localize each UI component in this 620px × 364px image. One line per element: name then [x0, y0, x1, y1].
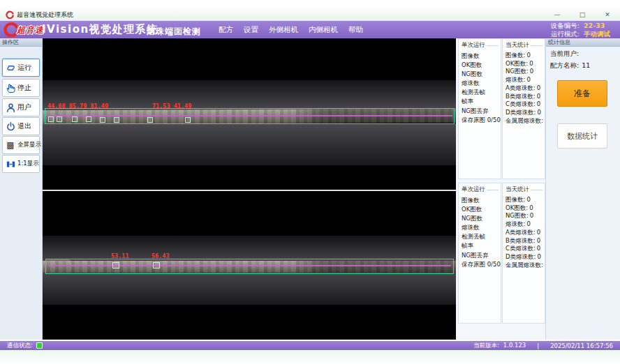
stat-row: 检测丢帧	[462, 88, 501, 97]
menu-bar: 配方 设置 外侧相机 内侧相机 帮助	[219, 21, 363, 38]
measurement-annotation: 71.53 41.49	[152, 103, 191, 109]
minimize-icon[interactable]: —	[553, 10, 561, 20]
exit-button-label: 退出	[17, 121, 31, 131]
stat-row: 图像数:0	[505, 196, 545, 204]
camera-viewport-bottom[interactable]: 53.11 56.43	[43, 191, 456, 340]
hand-stop-icon	[5, 82, 16, 93]
user-icon	[5, 102, 16, 113]
stat-row: A类熔珠数:0	[505, 84, 545, 93]
close-icon[interactable]: ✕	[603, 10, 612, 20]
menu-item-recipe[interactable]: 配方	[219, 25, 233, 35]
user-button[interactable]: 用户	[2, 98, 40, 116]
stat-row: 图像数:0	[505, 52, 545, 60]
fullscreen-icon: ▩	[5, 139, 16, 151]
stat-row: NG图数:0	[505, 212, 545, 220]
window-controls: — □ ✕	[553, 10, 614, 20]
operation-sidebar-header: 操作区	[0, 38, 42, 47]
image-band-lower	[43, 273, 456, 305]
stat-row: 金属屑熔珠数:0	[505, 261, 545, 270]
bead-marker-box	[57, 116, 62, 122]
single-run-title: 单次运行	[462, 41, 499, 50]
stat-row: OK图数	[462, 61, 501, 70]
stat-row: 图像数	[462, 52, 501, 61]
stat-row: D类熔珠数:0	[505, 253, 545, 261]
maximize-icon[interactable]: □	[578, 10, 586, 20]
stat-row: 保存原图 0/500	[462, 260, 501, 269]
stat-row: 帧率	[462, 97, 501, 106]
run-cycle-icon	[5, 62, 16, 73]
recipe-name-value: 11	[582, 61, 590, 69]
current-user-label: 当前用户:	[550, 50, 579, 57]
window-titlebar: 超音速视觉处理系统 — □ ✕	[0, 9, 620, 21]
today-stats-title: 当天统计	[505, 185, 542, 194]
menu-item-outer-camera[interactable]: 外侧相机	[269, 25, 298, 35]
today-stats-title: 当天统计	[505, 41, 542, 50]
stat-row: C类熔珠数:0	[505, 100, 545, 109]
stat-row: 保存原图 0/500	[462, 116, 501, 125]
stat-row: C类熔珠数:0	[505, 245, 545, 253]
menu-item-settings[interactable]: 设置	[244, 25, 258, 35]
app-logo-icon	[6, 10, 14, 19]
status-separator: |	[537, 342, 539, 349]
measurement-line	[47, 115, 452, 116]
menu-item-inner-camera[interactable]: 内侧相机	[309, 25, 338, 35]
measurement-annotation: 44.08 85.79 81.49	[47, 103, 108, 109]
stat-row: NG图数:0	[505, 68, 545, 76]
stat-row: NG图数	[462, 214, 501, 223]
stat-row: A类熔珠数:0	[505, 229, 545, 237]
stop-button[interactable]: 停止	[2, 79, 40, 97]
version-label: 当前版本:	[473, 342, 499, 350]
one-to-one-button-label: 1:1显示	[17, 160, 39, 168]
today-stats-panel-bottom: 当天统计 图像数:0 OK图数:0 NG图数:0 熔珠数:0 A类熔珠数:0 B…	[502, 183, 545, 324]
stat-row: B类熔珠数:0	[505, 237, 545, 245]
status-bar-right: 当前版本: 1.0.123 | 2025/02/11 16:57:56	[473, 342, 613, 350]
recipe-name-label: 配方名称:	[550, 61, 579, 69]
page-title: IVision视觉处理系统	[42, 23, 158, 36]
fullscreen-button-label: 全屏显示	[17, 141, 41, 149]
menu-item-help[interactable]: 帮助	[348, 25, 363, 35]
stat-row: 图像数	[462, 196, 501, 205]
comm-status-label: 通信状态:	[7, 342, 33, 350]
one-to-one-button[interactable]: 1:1显示	[2, 155, 40, 173]
data-statistics-button[interactable]: 数据统计	[557, 123, 607, 149]
info-panel-header: 统计信息	[546, 38, 620, 47]
page-subtitle: 熔珠端面检测	[147, 26, 201, 38]
stat-row: OK图数	[462, 205, 501, 214]
bead-marker-box	[185, 117, 191, 123]
stat-row: NG图数	[462, 70, 501, 79]
exit-button[interactable]: 退出	[2, 117, 40, 135]
single-run-panel-bottom: 单次运行 图像数 OK图数 NG图数 熔珠数 检测丢帧 帧率 NG图丢弃 保存原…	[458, 183, 501, 324]
device-info: 设备编号: 22-33 运行模式: 手动调试	[551, 22, 610, 38]
user-button-label: 用户	[17, 103, 31, 112]
device-id-label: 设备编号:	[551, 22, 580, 30]
stat-row: 熔珠数:0	[505, 76, 545, 84]
run-button[interactable]: 运行	[2, 59, 40, 77]
prepare-button[interactable]: 准备	[557, 80, 607, 107]
one-to-one-icon	[5, 158, 16, 169]
bead-marker-box	[153, 262, 160, 268]
image-band-lower	[43, 123, 456, 165]
run-mode-value: 手动调试	[584, 31, 610, 38]
stat-row: 熔珠数	[462, 223, 501, 232]
recipe-name-row: 配方名称:11	[546, 59, 620, 70]
single-run-panel-top: 单次运行 图像数 OK图数 NG图数 熔珠数 检测丢帧 帧率 NG图丢弃 保存原…	[458, 38, 501, 179]
datetime-value: 2025/02/11 16:57:56	[550, 342, 613, 349]
bead-marker-box	[48, 116, 54, 122]
fullscreen-button[interactable]: ▩ 全屏显示	[2, 136, 40, 154]
camera-viewport-top[interactable]: 44.08 85.79 81.49 71.53 41.49	[43, 38, 456, 190]
stat-row: 熔珠数	[462, 79, 501, 88]
measurement-line	[49, 265, 451, 266]
run-mode-label: 运行模式:	[551, 31, 580, 38]
stat-row: 熔珠数:0	[505, 220, 545, 229]
run-button-label: 运行	[17, 63, 31, 73]
today-stats-panel-top: 当天统计 图像数:0 OK图数:0 NG图数:0 熔珠数:0 A类熔珠数:0 B…	[502, 38, 545, 179]
stat-row: NG图丢弃	[462, 107, 501, 116]
bead-marker-box	[114, 117, 119, 123]
window-title: 超音速视觉处理系统	[17, 10, 73, 20]
status-bar: 通信状态: 当前版本: 1.0.123 | 2025/02/11 16:57:5…	[0, 341, 620, 350]
stat-row: OK图数:0	[505, 60, 545, 68]
stat-row: OK图数:0	[505, 204, 545, 213]
stat-row: 帧率	[462, 241, 501, 250]
detection-roi-box	[45, 259, 454, 274]
stat-row: B类熔珠数:0	[505, 93, 545, 101]
